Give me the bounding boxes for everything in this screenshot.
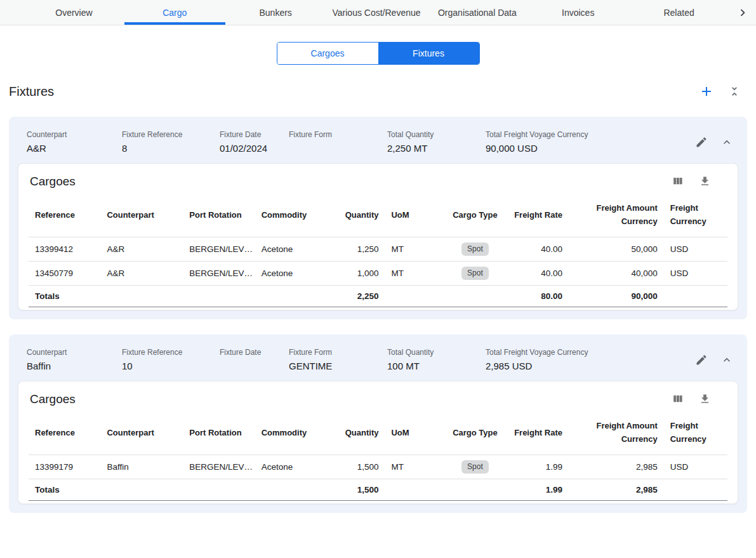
download-icon bbox=[699, 393, 711, 405]
fixture-field-reference: Fixture Reference 10 bbox=[122, 347, 220, 372]
field-value bbox=[220, 361, 289, 372]
table-header-row: Reference Counterpart Port Rotation Comm… bbox=[29, 410, 727, 455]
nav-overflow-button[interactable] bbox=[729, 0, 756, 25]
cell-cargo-type: Spot bbox=[445, 262, 505, 286]
download-button[interactable] bbox=[698, 392, 712, 406]
totals-quantity: 1,500 bbox=[334, 479, 385, 501]
fixture-card: Counterpart Baffin Fixture Reference 10 … bbox=[9, 335, 747, 513]
collapse-all-button[interactable] bbox=[727, 84, 742, 99]
col-freight-rate: Freight Rate bbox=[505, 192, 569, 237]
table-row[interactable]: 13450779 A&R BERGEN/LEV… Acetone 1,000 M… bbox=[29, 262, 727, 286]
fixture-actions bbox=[694, 347, 738, 368]
col-cargo-type: Cargo Type bbox=[445, 410, 505, 455]
cell-reference: 13399412 bbox=[29, 237, 100, 262]
toggle-cargoes-button[interactable]: Cargoes bbox=[277, 43, 378, 64]
fixture-field-date: Fixture Date bbox=[220, 347, 289, 372]
field-label: Fixture Date bbox=[220, 347, 289, 358]
fixture-field-total-quantity: Total Quantity 100 MT bbox=[387, 347, 486, 372]
view-columns-icon bbox=[672, 393, 684, 405]
field-label: Total Quantity bbox=[387, 130, 486, 140]
totals-row: Totals 2,250 80.00 90,000 bbox=[29, 286, 727, 307]
col-counterpart: Counterpart bbox=[100, 410, 183, 455]
table-row[interactable]: 13399412 A&R BERGEN/LEV… Acetone 1,250 M… bbox=[29, 237, 727, 262]
fixture-field-total-freight: Total Freight Voyage Currency 2,985 USD bbox=[486, 347, 594, 372]
cell-freight-currency: USD bbox=[664, 237, 727, 262]
cell-freight-amount: 50,000 bbox=[569, 237, 664, 262]
fixture-header: Counterpart Baffin Fixture Reference 10 … bbox=[18, 343, 738, 381]
totals-freight-amount: 2,985 bbox=[569, 479, 664, 501]
chevron-up-icon bbox=[720, 354, 733, 366]
download-button[interactable] bbox=[698, 174, 712, 189]
cell-freight-amount: 40,000 bbox=[569, 262, 664, 286]
col-freight-currency: Freight Currency bbox=[664, 410, 727, 455]
edit-fixture-button[interactable] bbox=[694, 135, 709, 150]
tab-organisational-data[interactable]: Organisational Data bbox=[427, 0, 527, 25]
field-label: Counterpart bbox=[27, 130, 122, 140]
column-settings-button[interactable] bbox=[670, 392, 685, 406]
cargoes-table: Reference Counterpart Port Rotation Comm… bbox=[29, 410, 727, 501]
col-reference: Reference bbox=[29, 410, 100, 455]
edit-fixture-button[interactable] bbox=[694, 352, 709, 368]
col-uom: UoM bbox=[385, 410, 445, 455]
cell-reference: 13450779 bbox=[29, 262, 100, 286]
cell-reference: 13399179 bbox=[29, 455, 100, 479]
cell-counterpart: Baffin bbox=[100, 455, 183, 479]
table-header-row: Reference Counterpart Port Rotation Comm… bbox=[29, 192, 727, 237]
cargoes-card-header: Cargoes bbox=[29, 173, 727, 192]
tab-invoices[interactable]: Invoices bbox=[527, 0, 628, 25]
field-value: 2,250 MT bbox=[387, 143, 486, 154]
cell-port-rotation: BERGEN/LEV… bbox=[183, 237, 255, 262]
totals-freight-amount: 90,000 bbox=[569, 286, 664, 307]
cargo-type-chip: Spot bbox=[461, 460, 489, 474]
cell-uom: MT bbox=[385, 262, 445, 286]
fixture-field-form: Fixture Form bbox=[289, 130, 387, 154]
fixture-field-counterpart: Counterpart A&R bbox=[27, 130, 122, 154]
cargoes-card: Cargoes bbox=[18, 381, 738, 504]
tab-various-cost-revenue[interactable]: Various Cost/Revenue bbox=[326, 0, 427, 25]
table-row[interactable]: 13399179 Baffin BERGEN/LEV… Acetone 1,50… bbox=[29, 455, 727, 479]
field-value: A&R bbox=[27, 143, 122, 154]
tab-overview[interactable]: Overview bbox=[23, 0, 124, 25]
cargoes-table-actions bbox=[670, 392, 726, 406]
totals-label: Totals bbox=[29, 479, 100, 501]
cell-commodity: Acetone bbox=[255, 262, 334, 286]
totals-row: Totals 1,500 1.99 2,985 bbox=[29, 479, 727, 501]
cell-quantity: 1,250 bbox=[334, 237, 385, 262]
cargoes-title: Cargoes bbox=[30, 175, 76, 189]
cell-freight-rate: 1.99 bbox=[505, 455, 569, 479]
add-fixture-button[interactable] bbox=[698, 83, 715, 100]
fixture-field-total-quantity: Total Quantity 2,250 MT bbox=[387, 130, 486, 154]
cell-freight-amount: 2,985 bbox=[569, 455, 664, 479]
cell-cargo-type: Spot bbox=[445, 455, 505, 479]
tab-cargo[interactable]: Cargo bbox=[124, 0, 225, 25]
field-value: 90,000 USD bbox=[486, 143, 594, 154]
field-label: Fixture Form bbox=[289, 130, 387, 140]
col-counterpart: Counterpart bbox=[100, 192, 183, 237]
cell-quantity: 1,000 bbox=[334, 262, 385, 286]
col-freight-amount-currency: Freight Amount Currency bbox=[569, 192, 664, 237]
tab-related[interactable]: Related bbox=[628, 0, 729, 25]
totals-freight-rate: 1.99 bbox=[505, 479, 569, 501]
collapse-fixture-button[interactable] bbox=[719, 352, 734, 368]
cell-port-rotation: BERGEN/LEV… bbox=[183, 455, 255, 479]
view-columns-icon bbox=[672, 175, 684, 187]
field-value: 01/02/2024 bbox=[220, 143, 289, 154]
col-freight-amount-currency: Freight Amount Currency bbox=[569, 410, 664, 455]
cell-commodity: Acetone bbox=[255, 237, 334, 262]
field-value: 100 MT bbox=[387, 361, 486, 372]
cell-port-rotation: BERGEN/LEV… bbox=[183, 262, 255, 286]
fixture-field-reference: Fixture Reference 8 bbox=[122, 130, 220, 154]
collapse-fixture-button[interactable] bbox=[719, 135, 734, 150]
cargoes-title: Cargoes bbox=[30, 392, 76, 406]
cell-counterpart: A&R bbox=[100, 237, 183, 262]
toggle-fixtures-button[interactable]: Fixtures bbox=[378, 43, 479, 64]
col-uom: UoM bbox=[385, 192, 445, 237]
field-value: Baffin bbox=[27, 361, 122, 372]
column-settings-button[interactable] bbox=[670, 174, 685, 189]
field-label: Total Freight Voyage Currency bbox=[486, 347, 594, 358]
fixture-actions bbox=[694, 130, 738, 150]
unfold-less-icon bbox=[728, 85, 741, 98]
cell-uom: MT bbox=[385, 237, 445, 262]
tab-bunkers[interactable]: Bunkers bbox=[225, 0, 326, 25]
cell-uom: MT bbox=[385, 455, 445, 479]
